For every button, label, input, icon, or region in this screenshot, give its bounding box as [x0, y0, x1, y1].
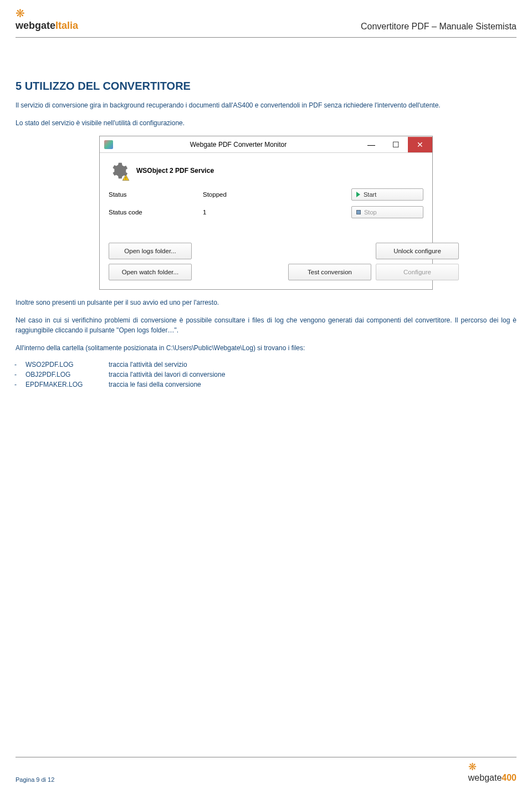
stop-icon: [356, 210, 361, 214]
page-footer: Pagina 9 di 12 ❋ webgate400: [0, 757, 532, 783]
warning-icon: !: [122, 174, 130, 182]
paragraph-3: Inoltre sono presenti un pulsante per il…: [16, 298, 516, 308]
gear-icon: !: [109, 161, 129, 181]
log-file-list: WSO2PDF.LOG traccia l'attività del servi…: [25, 361, 516, 388]
status-code-value: 1: [203, 209, 325, 216]
status-value: Stopped: [203, 191, 325, 198]
list-item: EPDFMAKER.LOG traccia le fasi della conv…: [25, 381, 516, 388]
file-name: OBJ2PDF.LOG: [25, 371, 109, 378]
status-code-label: Status code: [109, 209, 203, 216]
section-heading: 5 UTILIZZO DEL CONVERTITORE: [16, 80, 516, 93]
footer-divider: [16, 757, 516, 757]
footer-logo-mark-icon: ❋: [468, 761, 477, 772]
paragraph-2: Lo stato del servizio è visibile nell'ut…: [16, 118, 516, 128]
file-desc: traccia l'attività dei lavori di convers…: [109, 371, 225, 378]
file-desc: traccia l'attività del servizio: [109, 361, 187, 368]
start-label: Start: [364, 191, 376, 198]
paragraph-1: Il servizio di conversione gira in backg…: [16, 100, 516, 110]
logo-mark-icon: ❋: [16, 8, 78, 19]
service-header: ! WSObject 2 PDF Service: [109, 161, 423, 181]
logo-text-a: webgate: [16, 20, 55, 31]
status-label: Status: [109, 191, 203, 198]
stop-button[interactable]: Stop: [351, 206, 423, 218]
start-button[interactable]: Start: [351, 188, 423, 201]
app-window: Webgate PDF Converter Monitor — ☐ ✕ ! WS…: [99, 136, 433, 290]
file-name: EPDFMAKER.LOG: [25, 381, 109, 388]
minimize-button[interactable]: —: [359, 137, 383, 152]
test-conversion-button[interactable]: Test conversion: [288, 264, 371, 280]
play-icon: [356, 192, 360, 197]
window-controls: — ☐ ✕: [359, 137, 432, 152]
footer-logo: ❋ webgate400: [468, 761, 516, 783]
titlebar: Webgate PDF Converter Monitor — ☐ ✕: [100, 136, 432, 153]
service-name: WSObject 2 PDF Service: [136, 167, 214, 175]
window-title: Webgate PDF Converter Monitor: [117, 141, 359, 148]
logo-text-b: Italia: [55, 20, 78, 31]
maximize-button[interactable]: ☐: [383, 137, 408, 152]
paragraph-5: All'interno della cartella (solitamente …: [16, 343, 516, 353]
stop-label: Stop: [364, 209, 377, 216]
header-logo: ❋ webgateItalia: [16, 8, 78, 32]
list-item: OBJ2PDF.LOG traccia l'attività dei lavor…: [25, 371, 516, 378]
footer-logo-a: webgate: [468, 773, 502, 782]
unlock-configure-button[interactable]: Unlock configure: [376, 243, 459, 259]
footer-logo-b: 400: [502, 773, 516, 782]
page-header: ❋ webgateItalia Convertitore PDF – Manua…: [0, 0, 532, 35]
document-title: Convertitore PDF – Manuale Sistemista: [361, 22, 516, 32]
file-desc: traccia le fasi della conversione: [109, 381, 201, 388]
close-button[interactable]: ✕: [408, 137, 432, 152]
open-logs-button[interactable]: Open logs folder...: [109, 243, 192, 259]
file-name: WSO2PDF.LOG: [25, 361, 109, 368]
paragraph-4: Nel caso in cui si verifichino problemi …: [16, 315, 516, 335]
configure-button[interactable]: Configure: [376, 264, 459, 280]
open-watch-button[interactable]: Open watch folder...: [109, 264, 192, 280]
list-item: WSO2PDF.LOG traccia l'attività del servi…: [25, 361, 516, 368]
svg-text:!: !: [125, 176, 126, 180]
page-number: Pagina 9 di 12: [16, 776, 54, 783]
app-icon: [104, 140, 113, 149]
